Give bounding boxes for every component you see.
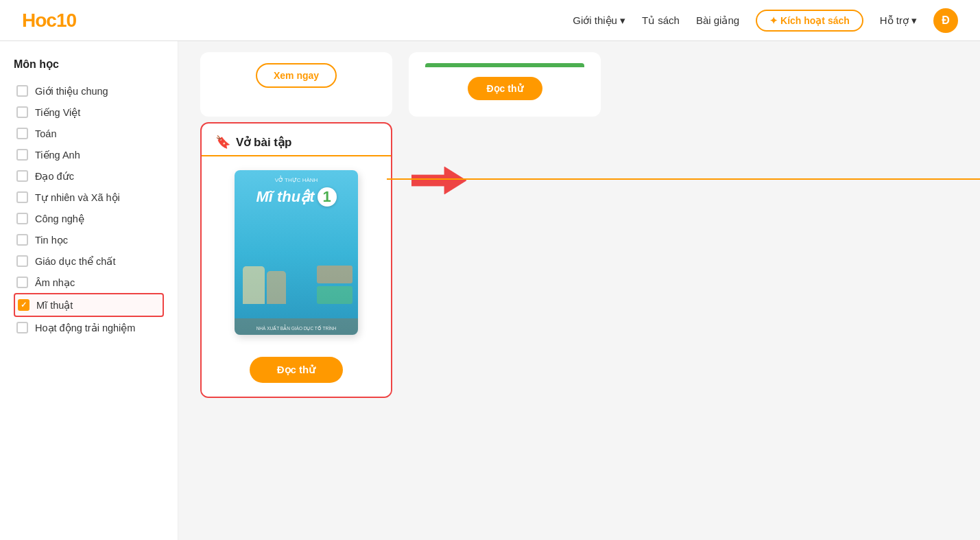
checkbox-toan[interactable]: [16, 128, 28, 139]
sidebar-item-giao-duc-the-chat[interactable]: Giáo dục thể chất: [14, 250, 164, 272]
vbt-body: VỞ THỰC HÀNH Mĩ thuật 1: [202, 156, 391, 349]
doc-thu-button[interactable]: Đọc thử: [250, 357, 344, 383]
book-cover: VỞ THỰC HÀNH Mĩ thuật 1: [235, 170, 358, 335]
checkbox-tu-nhien-xa-hoi[interactable]: [16, 191, 28, 203]
sidebar-item-cong-nghe[interactable]: Công nghệ: [14, 208, 164, 229]
checkbox-tin-hoc[interactable]: [16, 234, 28, 246]
checkbox-mi-thuat[interactable]: [18, 299, 29, 311]
logo-text: Hoc: [22, 10, 56, 31]
vbt-action-area: Đọc thử: [202, 349, 391, 397]
kid-figure-2: [267, 271, 286, 304]
partial-card-left: Xem ngay: [200, 52, 392, 117]
sidebar-item-tu-nhien-xa-hoi[interactable]: Tự nhiên và Xã hội: [14, 187, 164, 208]
nav: Giới thiệu ▾ Tủ sách Bài giảng ✦ Kích ho…: [573, 8, 958, 33]
sidebar-item-am-nhac[interactable]: Âm nhạc: [14, 272, 164, 293]
checkbox-tieng-viet[interactable]: [16, 106, 28, 118]
checkbox-cong-nghe[interactable]: [16, 213, 28, 224]
main-section: 🔖 Vở bài tập VỞ THỰC HÀNH Mĩ thuật 1: [200, 122, 958, 398]
xem-ngay-button[interactable]: Xem ngay: [256, 63, 337, 88]
sidebar-item-toan[interactable]: Toán: [14, 123, 164, 144]
avatar[interactable]: Đ: [933, 8, 958, 33]
nav-item-ho-tro[interactable]: Hỗ trợ ▾: [880, 14, 917, 27]
bookmark-icon: 🔖: [215, 134, 230, 150]
sidebar-item-tin-hoc[interactable]: Tin học: [14, 229, 164, 250]
sidebar-item-label: Công nghệ: [35, 213, 84, 224]
checkbox-dao-duc[interactable]: [16, 170, 28, 182]
sidebar-item-dao-duc[interactable]: Đạo đức: [14, 165, 164, 187]
publisher-text: NHÀ XUẤT BẢN GIÁO DỤC TỐ TRÌNH: [256, 326, 337, 331]
sidebar-item-label: Hoạt động trải nghiệm: [35, 322, 135, 333]
sidebar: Môn học Giới thiệu chung Tiếng Việt Toán…: [0, 41, 178, 540]
sidebar-item-label: Toán: [35, 128, 56, 139]
sidebar-item-label: Giới thiệu chung: [35, 86, 108, 97]
orange-divider-line: [387, 178, 980, 180]
sidebar-item-gioi-thieu-chung[interactable]: Giới thiệu chung: [14, 80, 164, 102]
checkbox-hoat-dong-trai-nghiem[interactable]: [16, 322, 28, 333]
sidebar-title: Môn học: [14, 58, 164, 71]
chevron-down-icon-support: ▾: [911, 14, 917, 27]
sidebar-item-hoat-dong-trai-nghiem[interactable]: Hoạt động trải nghiệm: [14, 317, 164, 338]
checkbox-gioi-thieu-chung[interactable]: [16, 85, 28, 97]
sidebar-item-label: Tiếng Anh: [35, 150, 80, 161]
sidebar-item-label: Âm nhạc: [35, 277, 75, 288]
main-layout: Môn học Giới thiệu chung Tiếng Việt Toán…: [0, 41, 980, 540]
red-arrow-icon: [411, 163, 466, 198]
sidebar-item-label: Đạo đức: [35, 171, 74, 182]
sidebar-item-tieng-anh[interactable]: Tiếng Anh: [14, 144, 164, 165]
panel-top: [317, 266, 352, 283]
content: Xem ngay Đọc thử 🔖 Vở bài tập: [178, 41, 980, 540]
chevron-down-icon: ▾: [620, 14, 625, 27]
svg-marker-0: [411, 167, 466, 194]
checkbox-tieng-anh[interactable]: [16, 149, 28, 161]
partial-top-cards: Xem ngay Đọc thử: [200, 41, 958, 117]
book-title-text: Mĩ thuật: [256, 188, 314, 206]
nav-item-bai-giang[interactable]: Bài giảng: [696, 14, 739, 27]
nav-item-tu-sach[interactable]: Tủ sách: [642, 14, 680, 27]
arrow-annotation: [411, 122, 466, 198]
vbt-header: 🔖 Vở bài tập: [202, 124, 391, 156]
checkbox-giao-duc-the-chat[interactable]: [16, 255, 28, 267]
book-num: 1: [318, 187, 337, 207]
vbt-title: 🔖 Vở bài tập: [215, 134, 377, 150]
vo-bai-tap-card: 🔖 Vở bài tập VỞ THỰC HÀNH Mĩ thuật 1: [200, 122, 392, 398]
book-cover-publisher-bar: NHÀ XUẤT BẢN GIÁO DỤC TỐ TRÌNH: [235, 318, 358, 335]
kid-figure-1: [243, 266, 265, 304]
nav-item-gioi-thieu[interactable]: Giới thiệu ▾: [573, 14, 625, 27]
sidebar-item-label: Giáo dục thể chất: [35, 256, 115, 267]
header: Hoc10 Giới thiệu ▾ Tủ sách Bài giảng ✦ K…: [0, 0, 980, 41]
logo-num: 10: [56, 10, 76, 31]
logo[interactable]: Hoc10: [22, 10, 76, 32]
green-top-bar: [425, 63, 584, 67]
activate-book-button[interactable]: ✦ Kích hoạt sách: [756, 10, 863, 32]
sidebar-item-mi-thuat[interactable]: Mĩ thuật: [14, 293, 164, 317]
sidebar-item-label: Tin học: [35, 235, 68, 246]
sidebar-item-label: Tiếng Việt: [35, 107, 80, 118]
checkbox-am-nhac[interactable]: [16, 277, 28, 288]
sidebar-item-tieng-viet[interactable]: Tiếng Việt: [14, 102, 164, 123]
kids-illustration: [243, 266, 286, 304]
partial-card-right: Đọc thử: [409, 52, 601, 117]
sidebar-item-label: Mĩ thuật: [36, 300, 73, 311]
sidebar-item-label: Tự nhiên và Xã hội: [35, 192, 120, 203]
side-panels: [317, 266, 352, 304]
book-cover-top-text: VỞ THỰC HÀNH: [275, 177, 318, 183]
panel-bottom: [317, 286, 352, 304]
doc-thu-top-button[interactable]: Đọc thử: [468, 77, 542, 100]
